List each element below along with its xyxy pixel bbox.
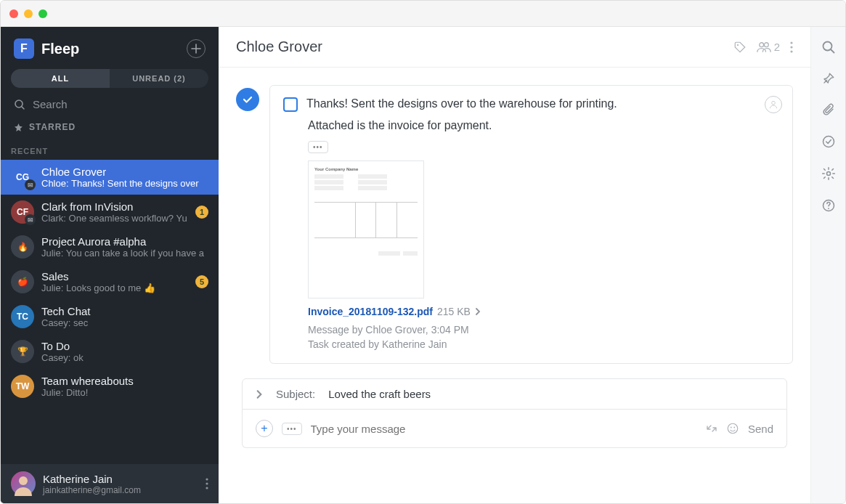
- svg-point-4: [206, 487, 208, 489]
- conversation-title: Clark from InVision: [41, 200, 208, 213]
- zoom-window[interactable]: [38, 9, 47, 18]
- brand-icon: F: [14, 38, 34, 59]
- attachment-filesize: 215 KB: [437, 306, 471, 317]
- message-actions-icon[interactable]: •••: [308, 141, 328, 153]
- conversation-title: Project Aurora #alpha: [41, 235, 208, 248]
- thumbs-up-icon: 👍: [144, 283, 155, 293]
- conversation-item[interactable]: 🏆To DoCasey: ok: [1, 334, 219, 369]
- mail-sub-icon: ✉: [25, 214, 36, 225]
- message-area: Thanks! Sent the designs over to the war…: [219, 68, 810, 503]
- brand: F Fleep: [14, 38, 79, 59]
- attachment-thumbnail[interactable]: Your Company Name: [308, 160, 424, 298]
- conversation-avatar: 🔥: [11, 235, 34, 259]
- conversation-title: Team whereabouts: [41, 375, 208, 387]
- expand-icon[interactable]: [706, 423, 717, 434]
- task-message: Thanks! Sent the designs over to the war…: [236, 85, 793, 364]
- unread-badge: 5: [195, 275, 208, 288]
- conversation-preview: Julie: Ditto!: [41, 387, 208, 398]
- chevron-right-icon: [475, 307, 481, 316]
- compose-input[interactable]: [311, 423, 697, 435]
- svg-point-5: [737, 44, 739, 45]
- conversation-item[interactable]: 🍎SalesJulie: Looks good to me 👍5: [1, 264, 219, 299]
- svg-point-2: [206, 478, 208, 480]
- rail-attachment-icon[interactable]: [822, 102, 835, 117]
- filter-all[interactable]: ALL: [11, 69, 110, 88]
- conversation-preview: Julie: Looks good to me 👍: [41, 283, 208, 293]
- conversation-preview: Julie: You can take a look if you have a: [41, 248, 208, 259]
- attachment-filename: Invoice_20181109-132.pdf: [308, 306, 433, 317]
- search-placeholder: Search: [33, 98, 68, 110]
- conversation-item[interactable]: CG✉Chloe GroverChloe: Thanks! Sent the d…: [1, 160, 219, 195]
- chat-header: Chloe Grover 2: [219, 27, 810, 68]
- svg-point-15: [823, 42, 831, 51]
- conversation-title: Sales: [41, 270, 208, 283]
- star-icon: [14, 123, 23, 132]
- conversation-preview: Casey: sec: [41, 317, 208, 328]
- window-titlebar: [1, 1, 845, 27]
- conversation-item[interactable]: CF✉Clark from InVisionClark: One seamles…: [1, 195, 219, 229]
- add-attachment-button[interactable]: +: [256, 420, 273, 437]
- send-button[interactable]: Send: [748, 423, 773, 435]
- task-checkbox[interactable]: [283, 97, 298, 112]
- conversation-title: To Do: [41, 340, 208, 352]
- search-row[interactable]: Search: [1, 88, 219, 116]
- sidebar: F Fleep ALL UNREAD (2) Search STARRED RE…: [1, 27, 219, 503]
- svg-point-3: [206, 482, 208, 484]
- svg-point-19: [828, 208, 829, 209]
- rail-search-icon[interactable]: [821, 40, 836, 54]
- mail-sub-icon: ✉: [25, 179, 36, 190]
- conversation-item[interactable]: TCTech ChatCasey: sec: [1, 299, 219, 334]
- rail-help-icon[interactable]: [821, 198, 836, 213]
- sidebar-footer: Katherine Jain jainkatherine@gmail.com: [1, 464, 219, 503]
- chat-more-icon[interactable]: [790, 41, 793, 53]
- right-rail: [810, 27, 845, 503]
- conversation-preview: Chloe: Thanks! Sent the designs over: [41, 178, 208, 189]
- chat-title: Chloe Grover: [236, 38, 723, 55]
- sender-avatar-icon[interactable]: [765, 96, 782, 113]
- task-complete-icon[interactable]: [236, 88, 259, 111]
- compose-subject-row[interactable]: Subject: Loved the craft beers: [242, 378, 787, 410]
- svg-point-11: [772, 101, 776, 105]
- minimize-window[interactable]: [24, 9, 33, 18]
- subject-label: Subject:: [276, 388, 315, 400]
- traffic-lights: [9, 9, 47, 18]
- members-button[interactable]: 2: [757, 41, 780, 53]
- emoji-icon[interactable]: [726, 422, 739, 435]
- compose-more-icon[interactable]: •••: [282, 423, 302, 435]
- conversation-avatar: 🍎: [11, 270, 34, 293]
- search-icon: [14, 99, 25, 110]
- svg-point-7: [764, 42, 768, 46]
- conversation-avatar: 🏆: [11, 340, 34, 363]
- svg-point-6: [759, 42, 763, 46]
- conversation-avatar: CG✉: [11, 166, 34, 189]
- starred-section[interactable]: STARRED: [1, 116, 219, 138]
- me-avatar[interactable]: [11, 471, 36, 496]
- message-meta: Message by Chloe Grover, 3:04 PM Task cr…: [308, 323, 779, 351]
- close-window[interactable]: [9, 9, 18, 18]
- unread-badge: 1: [195, 206, 208, 219]
- me-more-icon[interactable]: [206, 478, 208, 489]
- chevron-right-icon: [256, 389, 263, 399]
- svg-point-1: [19, 476, 28, 485]
- conversation-item[interactable]: 🔥Project Aurora #alphaJulie: You can tak…: [1, 229, 219, 264]
- chat-content: Chloe Grover 2: [219, 27, 810, 503]
- conversation-item[interactable]: TWTeam whereaboutsJulie: Ditto!: [1, 369, 219, 404]
- svg-point-10: [790, 50, 792, 52]
- brand-name: Fleep: [41, 41, 79, 57]
- svg-point-14: [733, 427, 735, 428]
- message-card: Thanks! Sent the designs over to the war…: [269, 85, 793, 364]
- rail-tasks-icon[interactable]: [821, 134, 836, 149]
- attachment-file-row[interactable]: Invoice_20181109-132.pdf 215 KB: [308, 306, 779, 317]
- tag-icon[interactable]: [733, 41, 747, 54]
- rail-pin-icon[interactable]: [822, 72, 835, 85]
- new-conversation-button[interactable]: [187, 39, 206, 58]
- compose-row: + ••• Send: [242, 410, 787, 448]
- svg-point-8: [790, 41, 792, 44]
- me-name: Katherine Jain: [43, 473, 141, 485]
- filter-segmented: ALL UNREAD (2): [11, 69, 208, 88]
- conversation-avatar: TC: [11, 305, 34, 328]
- rail-settings-icon[interactable]: [821, 166, 836, 181]
- conversation-title: Tech Chat: [41, 305, 208, 317]
- me-email: jainkatherine@gmail.com: [43, 485, 141, 495]
- filter-unread[interactable]: UNREAD (2): [110, 69, 208, 88]
